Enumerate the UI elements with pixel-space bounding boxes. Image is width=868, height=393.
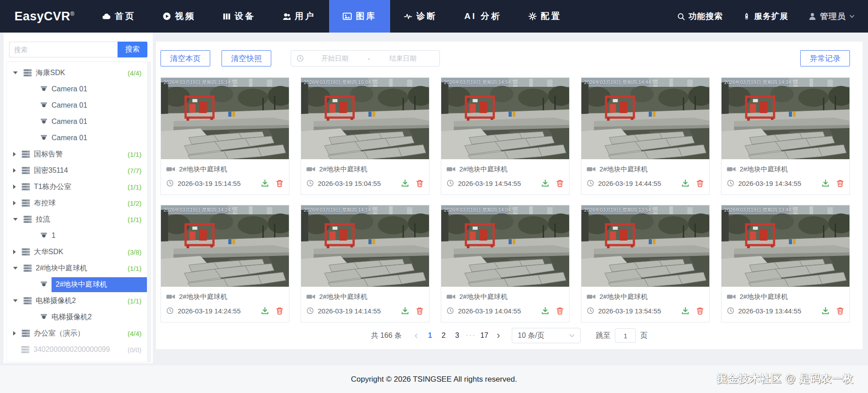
tree-node[interactable]: 办公室（演示） (4/4) bbox=[7, 325, 151, 341]
tree-node-label[interactable]: 国标告警 bbox=[34, 150, 63, 159]
snapshot-card[interactable]: 2026年03月19日 星期四 14:44:55 2#地块中庭球机 2026-0… bbox=[581, 77, 710, 195]
delete-button[interactable] bbox=[696, 307, 704, 315]
page-number[interactable]: 17 bbox=[478, 330, 490, 341]
tree-node-label[interactable]: Camera 01 bbox=[52, 134, 87, 142]
nav-item-video[interactable]: 视频 bbox=[149, 0, 209, 33]
page-size-select[interactable]: 10 条/页 bbox=[512, 328, 580, 343]
page-number[interactable]: 2 bbox=[438, 330, 449, 341]
tree-node[interactable]: 拉流 (1/1) bbox=[7, 211, 151, 227]
tree-node-label[interactable]: 办公室（演示） bbox=[34, 329, 85, 338]
tree-node[interactable]: 电梯摄像机2 bbox=[7, 309, 151, 325]
tree-node-label[interactable]: 海康SDK bbox=[36, 68, 65, 78]
start-date-placeholder[interactable]: 开始日期 bbox=[304, 54, 366, 63]
nav-item-user[interactable]: 用户 bbox=[269, 0, 329, 33]
tree-node-label[interactable]: 1 bbox=[52, 232, 56, 240]
delete-button[interactable] bbox=[416, 179, 424, 187]
date-range-picker[interactable]: 开始日期 - 结束日期 bbox=[291, 50, 440, 66]
admin-menu[interactable]: 管理员 bbox=[808, 11, 854, 22]
nav-item-diagnosis[interactable]: 诊断 bbox=[390, 0, 451, 33]
tree-expand-arrow-icon[interactable] bbox=[13, 152, 16, 156]
clear-snapshot-button[interactable]: 清空快照 bbox=[222, 50, 271, 66]
snapshot-thumbnail[interactable]: 2026年03月19日 星期四 14:14:55 bbox=[301, 205, 429, 287]
download-button[interactable] bbox=[681, 307, 689, 315]
delete-button[interactable] bbox=[276, 179, 283, 187]
tree-node[interactable]: T1栋办公室 (1/1) bbox=[7, 179, 151, 195]
abnormal-records-button[interactable]: 异常记录 bbox=[800, 50, 850, 66]
snapshot-thumbnail[interactable]: 2026年03月19日 星期四 14:54:55 bbox=[441, 78, 569, 159]
tree-node[interactable]: 2#地块中庭球机 bbox=[7, 276, 151, 293]
delete-button[interactable] bbox=[276, 307, 283, 315]
tree-node[interactable]: 办公室 (1/1) bbox=[7, 358, 151, 362]
tree-scrollbar[interactable] bbox=[147, 62, 151, 362]
tree-node[interactable]: 布控球 (1/2) bbox=[7, 195, 151, 211]
delete-button[interactable] bbox=[836, 307, 844, 315]
snapshot-card[interactable]: 2026年03月19日 星期四 14:14:55 2#地块中庭球机 2026-0… bbox=[301, 205, 429, 322]
tree-node-label[interactable]: Camera 01 bbox=[52, 101, 87, 109]
tree-expand-arrow-icon[interactable] bbox=[13, 299, 18, 302]
download-button[interactable] bbox=[261, 179, 269, 187]
nav-item-device[interactable]: 设备 bbox=[209, 0, 269, 33]
tree-node-label[interactable]: 拉流 bbox=[36, 215, 50, 224]
tree-node[interactable]: 海康SDK (4/4) bbox=[7, 65, 151, 81]
delete-button[interactable] bbox=[556, 307, 564, 315]
nav-item-gallery[interactable]: 图库 bbox=[329, 0, 390, 33]
tree-node-label[interactable]: T1栋办公室 bbox=[34, 182, 71, 192]
snapshot-thumbnail[interactable]: 2026年03月19日 星期四 14:04:55 bbox=[441, 205, 569, 287]
download-button[interactable] bbox=[401, 179, 409, 187]
tree-expand-arrow-icon[interactable] bbox=[13, 250, 16, 254]
snapshot-card[interactable]: 2026年03月19日 星期四 13:44:55 2#地块中庭球机 2026-0… bbox=[721, 205, 850, 322]
pagination-prev-icon[interactable]: ‹ bbox=[410, 331, 421, 341]
tree-node[interactable]: 3402000000200000099 (0/0) bbox=[7, 341, 151, 358]
nav-item-ai-analysis[interactable]: AI 分析 bbox=[451, 0, 515, 33]
download-button[interactable] bbox=[261, 307, 269, 315]
tree-node-label[interactable]: 3402000000200000099 bbox=[33, 346, 110, 354]
jump-page-input[interactable] bbox=[615, 328, 636, 343]
tree-node[interactable]: 大华SDK (3/8) bbox=[7, 244, 151, 260]
delete-button[interactable] bbox=[696, 179, 704, 187]
tree-expand-arrow-icon[interactable] bbox=[13, 168, 16, 173]
tree-node[interactable]: 2#地块中庭球机 (1/1) bbox=[7, 260, 151, 276]
page-number[interactable]: 3 bbox=[451, 330, 463, 341]
download-button[interactable] bbox=[541, 179, 549, 187]
snapshot-card[interactable]: 2026年03月19日 星期四 15:04:55 2#地块中庭球机 2026-0… bbox=[301, 77, 429, 195]
delete-button[interactable] bbox=[556, 179, 564, 187]
snapshot-thumbnail[interactable]: 2026年03月19日 星期四 13:44:55 bbox=[722, 205, 849, 287]
nav-item-service-expand[interactable]: 服务扩展 bbox=[743, 11, 788, 22]
delete-button[interactable] bbox=[416, 307, 424, 315]
tree-node[interactable]: Camera 01 bbox=[7, 114, 151, 130]
download-button[interactable] bbox=[681, 179, 689, 187]
tree-expand-arrow-icon[interactable] bbox=[13, 71, 18, 74]
tree-node-label[interactable]: 布控球 bbox=[34, 199, 56, 208]
snapshot-card[interactable]: 2026年03月19日 星期四 14:24:55 2#地块中庭球机 2026-0… bbox=[160, 205, 289, 322]
snapshot-thumbnail[interactable]: 2026年03月19日 星期四 14:44:55 bbox=[581, 78, 709, 159]
tree-node-label[interactable]: 2#地块中庭球机 bbox=[36, 264, 87, 273]
brand-logo[interactable]: EasyCVR® bbox=[0, 9, 88, 24]
download-button[interactable] bbox=[401, 307, 409, 315]
download-button[interactable] bbox=[821, 179, 830, 187]
tree-expand-arrow-icon[interactable] bbox=[13, 267, 18, 270]
tree-node-label[interactable]: 大华SDK bbox=[34, 247, 63, 257]
download-button[interactable] bbox=[541, 307, 549, 315]
nav-item-function-search[interactable]: 功能搜索 bbox=[677, 11, 723, 22]
clear-page-button[interactable]: 清空本页 bbox=[160, 50, 210, 66]
snapshot-card[interactable]: 2026年03月19日 星期四 14:54:55 2#地块中庭球机 2026-0… bbox=[441, 77, 570, 195]
snapshot-card[interactable]: 2026年03月19日 星期四 14:34:55 2#地块中庭球机 2026-0… bbox=[721, 77, 850, 195]
page-more-indicator[interactable]: ··· bbox=[465, 330, 476, 341]
snapshot-thumbnail[interactable]: 2026年03月19日 星期四 13:54:55 bbox=[581, 205, 709, 287]
snapshot-card[interactable]: 2026年03月19日 星期四 13:54:55 2#地块中庭球机 2026-0… bbox=[581, 205, 710, 322]
tree-node-label[interactable]: 电梯摄像机2 bbox=[52, 313, 92, 322]
tree-node[interactable]: Camera 01 bbox=[7, 130, 151, 146]
snapshot-thumbnail[interactable]: 2026年03月19日 星期四 14:24:55 bbox=[161, 205, 289, 287]
tree-expand-arrow-icon[interactable] bbox=[13, 331, 16, 336]
tree-node[interactable]: 1 bbox=[7, 227, 151, 244]
tree-node-label[interactable]: 办公室 bbox=[34, 361, 56, 363]
snapshot-thumbnail[interactable]: 2026年03月19日 星期四 15:04:55 bbox=[301, 78, 429, 159]
search-button[interactable]: 搜索 bbox=[118, 42, 147, 57]
tree-node[interactable]: Camera 01 bbox=[7, 97, 151, 114]
tree-node[interactable]: 电梯摄像机2 (1/1) bbox=[7, 293, 151, 309]
download-button[interactable] bbox=[821, 307, 830, 315]
snapshot-card[interactable]: 2026年03月19日 星期四 14:04:55 2#地块中庭球机 2026-0… bbox=[441, 205, 570, 322]
tree-node-label[interactable]: Camera 01 bbox=[52, 85, 87, 93]
snapshot-thumbnail[interactable]: 2026年03月19日 星期四 14:34:55 bbox=[722, 78, 849, 159]
tree-node-label[interactable]: 国密35114 bbox=[34, 166, 68, 175]
